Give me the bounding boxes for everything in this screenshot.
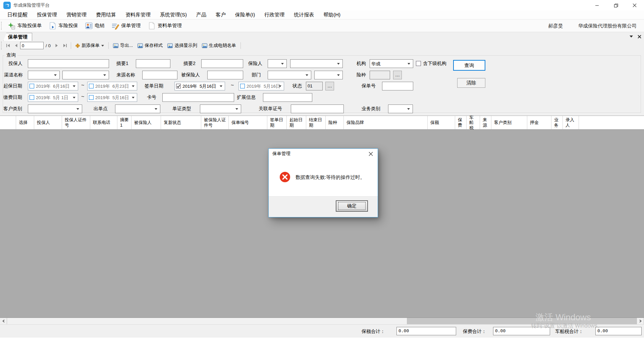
sign-date-from-checkbox[interactable] [176,84,181,88]
generate-telemarketing-list-button[interactable]: 生成电销名单 [200,42,238,50]
menu-schedule[interactable]: 日程提醒 [4,11,31,19]
risk-input[interactable] [370,71,390,79]
grid-col-row-selector[interactable] [0,116,16,129]
scrollbar-thumb[interactable] [7,318,407,324]
grid-col-summary1[interactable]: 摘要1 [117,116,131,129]
start-date-to-picker[interactable]: 2019年 6月23日 [87,82,137,90]
status-browse-button[interactable]: … [325,82,334,90]
grid-col-premium[interactable]: 保费 [455,116,467,129]
applicant-input[interactable] [28,59,109,68]
menu-report[interactable]: 统计报表 [290,11,317,19]
grid-col-phone[interactable]: 联系电话 [90,116,117,129]
grid-col-risk[interactable]: 险种 [326,116,344,129]
grid-col-end-date[interactable]: 结束日期 [306,116,326,129]
tab-policy-management[interactable]: 保单管理 [3,33,32,41]
menu-policy[interactable]: 保险单(I) [232,11,258,19]
move-next-button[interactable] [53,42,61,50]
insured-input[interactable] [207,71,243,79]
insurer-combo-1[interactable] [268,59,287,68]
menu-customer[interactable]: 客户 [212,11,229,19]
menu-product[interactable]: 产品 [193,11,210,19]
card-no-input[interactable] [162,93,234,102]
insurer-combo-2[interactable] [290,59,343,68]
menu-database[interactable]: 资料库管理 [122,11,154,19]
customer-type-combo[interactable] [28,105,82,113]
grid-col-insured-id[interactable]: 被保险人证件号 [201,116,229,129]
pay-date-from-picker[interactable]: 2019年 5月 1日 [28,93,78,102]
pay-date-to-checkbox[interactable] [89,95,94,100]
grid-col-renew-status[interactable]: 复新状态 [161,116,201,129]
choose-columns-button[interactable]: 选择显示列 [165,42,200,50]
status-input[interactable]: 01 [306,82,323,90]
grid-col-source[interactable]: 来源 [480,116,491,129]
sign-date-to-picker[interactable]: 2019年 5月16日 [238,82,284,90]
grid-col-brand[interactable]: 保险品牌 [344,116,428,129]
menu-underwriting[interactable]: 投保管理 [34,11,60,19]
department-combo-2[interactable] [314,71,343,79]
move-previous-button[interactable] [12,42,20,50]
risk-browse-button[interactable]: … [393,71,402,79]
start-date-from-checkbox[interactable] [30,84,34,88]
horizontal-scrollbar[interactable] [0,318,644,324]
toolbar-document-management[interactable]: 资料单管理 [144,20,185,31]
org-combo[interactable]: 华成 [370,59,413,68]
export-button[interactable]: 导出... [111,42,135,50]
grid-col-applicant-id[interactable]: 投保人证件号 [62,116,90,129]
start-date-from-picker[interactable]: 2019年 6月16日 [28,82,78,90]
menu-expense[interactable]: 费用结算 [93,11,119,19]
close-button[interactable] [625,0,644,11]
toolbar-policy-management[interactable]: 保单管理 [108,20,144,31]
grid-col-select[interactable]: 选择 [16,116,34,129]
menu-system[interactable]: 系统管理(S) [157,11,190,19]
move-first-button[interactable] [4,42,12,50]
tab-close-icon[interactable] [638,35,641,39]
record-position-input[interactable] [20,42,44,49]
grid-col-customer-type[interactable]: 客户类别 [491,116,527,129]
toolbar-vehicle-apply[interactable]: 车险投保 [45,20,82,31]
menu-help[interactable]: 帮助(H) [320,11,344,19]
summary1-input[interactable] [136,59,170,68]
grid-col-deposit[interactable]: 押金 [527,116,551,129]
pay-date-to-picker[interactable]: 2019年 5月16日 [87,93,137,102]
dialog-ok-button[interactable]: 确定 [336,200,368,212]
tab-list-dropdown-icon[interactable] [630,36,633,38]
grid-col-amount[interactable]: 保额 [428,116,455,129]
move-last-button[interactable] [61,42,69,50]
dialog-title-bar[interactable]: 保单管理 [269,149,378,159]
sign-date-to-checkbox[interactable] [240,84,245,88]
grid-col-entry-by[interactable]: 录入人 [563,116,579,129]
start-date-to-checkbox[interactable] [89,84,94,88]
biz-type-combo[interactable] [388,105,413,113]
menu-admin[interactable]: 行政管理 [261,11,288,19]
issue-point-combo[interactable] [115,105,160,113]
sign-date-from-picker[interactable]: 2019年 5月16日 [174,82,225,90]
channel-combo-1[interactable] [28,71,60,79]
pay-date-from-checkbox[interactable] [30,95,34,100]
clear-button[interactable]: 清除 [457,78,485,88]
source-input[interactable] [142,71,177,79]
minimize-button[interactable] [588,0,606,11]
restore-button[interactable] [606,0,625,11]
scroll-left-button[interactable] [0,318,7,324]
summary2-input[interactable] [201,59,243,68]
query-button[interactable]: 查询 [453,60,485,71]
ext-info-input[interactable] [263,93,312,102]
doc-type-combo[interactable] [200,105,241,113]
grid-col-sign-date[interactable]: 签单日期 [267,116,287,129]
toolbar-vehicle-policy-form[interactable]: 车险投保单 [4,20,45,31]
related-no-input[interactable] [291,105,344,113]
channel-combo-2[interactable] [62,71,109,79]
save-style-button[interactable]: 保存样式 [135,42,165,50]
policy-no-input[interactable] [382,82,413,90]
grid-col-applicant[interactable]: 投保人 [34,116,62,129]
dialog-close-button[interactable] [364,149,378,159]
toolbar-telemarketing[interactable]: 电销 [82,20,108,31]
grid-col-biz[interactable]: 业务 [551,116,563,129]
grid-col-start-date[interactable]: 起始日期 [287,116,306,129]
department-combo-1[interactable] [268,71,311,79]
include-sub-org-checkbox[interactable] [416,61,421,66]
scroll-right-button[interactable] [637,318,644,324]
grid-col-insured[interactable]: 被保险人 [131,116,161,129]
grid-col-policy-no[interactable]: 保单编号 [229,116,267,129]
menu-marketing[interactable]: 营销管理 [63,11,90,19]
